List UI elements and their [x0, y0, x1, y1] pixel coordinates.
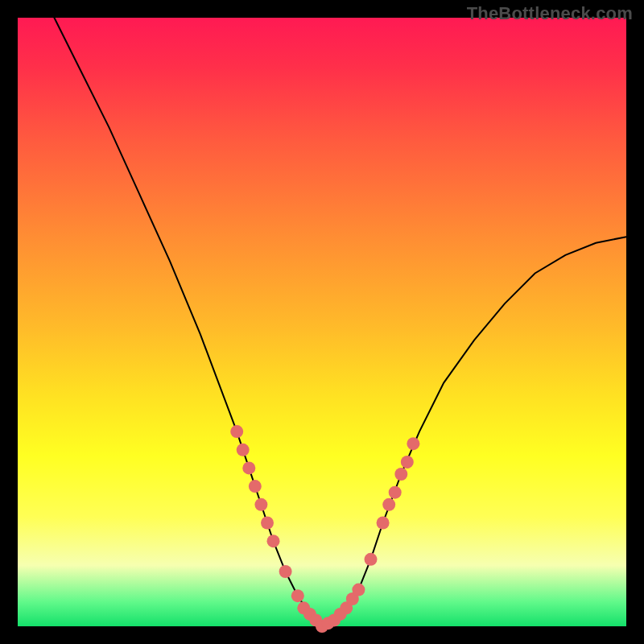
- marker-dot: [230, 425, 243, 438]
- marker-dot: [407, 437, 419, 450]
- marker-dot: [389, 486, 402, 499]
- marker-dots-group: [230, 425, 419, 633]
- chart-frame: [18, 18, 626, 626]
- bottleneck-chart: [18, 18, 626, 626]
- marker-dot: [249, 480, 262, 493]
- marker-dot: [291, 589, 304, 602]
- bottleneck-curve-path: [54, 18, 626, 626]
- marker-dot: [254, 498, 267, 511]
- marker-dot: [279, 565, 292, 578]
- marker-dot: [242, 461, 255, 474]
- marker-dot: [401, 456, 414, 469]
- watermark-text: TheBottleneck.com: [467, 3, 633, 24]
- marker-dot: [394, 468, 407, 481]
- marker-dot: [267, 535, 280, 547]
- marker-dot: [365, 553, 378, 566]
- marker-dot: [237, 444, 250, 456]
- marker-dot: [352, 584, 365, 597]
- marker-dot: [382, 498, 395, 511]
- marker-dot: [261, 517, 274, 530]
- marker-dot: [377, 517, 390, 530]
